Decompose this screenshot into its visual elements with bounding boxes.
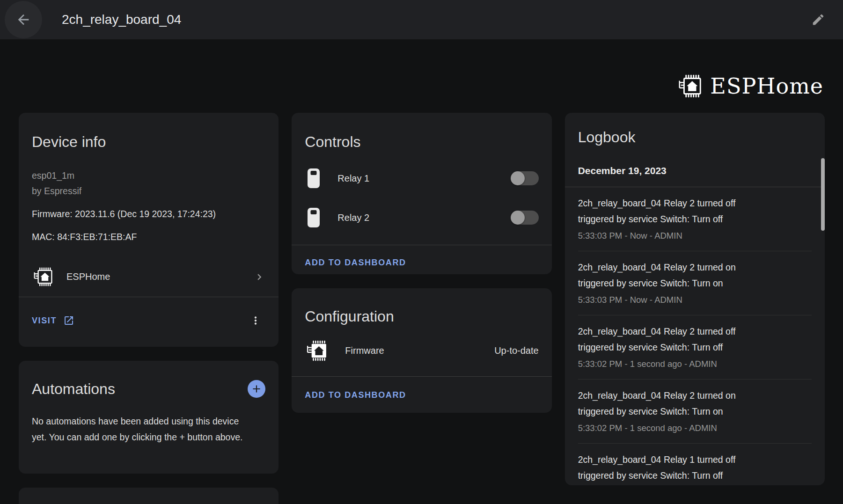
- logbook-entry[interactable]: 2ch_relay_board_04 Relay 2 turned off tr…: [578, 187, 812, 251]
- logbook-entry-line1: 2ch_relay_board_04 Relay 1 turned off: [578, 452, 812, 467]
- entity-row-relay-2[interactable]: Relay 2: [305, 201, 538, 234]
- logbook-entry-meta: 5:33:03 PM - Now - ADMIN: [578, 229, 812, 243]
- esphome-logo: ESPHome: [676, 73, 823, 99]
- configuration-card: Configuration Firmware Up-to-date: [292, 288, 551, 413]
- pencil-icon: [811, 13, 825, 27]
- firmware-status: Up-to-date: [494, 345, 539, 356]
- controls-actions: ADD TO DASHBOARD: [305, 245, 538, 274]
- esphome-chip-icon: [32, 266, 54, 287]
- integration-row-esphome[interactable]: ESPHome: [32, 266, 265, 287]
- device-manufacturer: by Espressif: [32, 183, 265, 199]
- firmware-label: Firmware: [345, 345, 478, 356]
- add-to-dashboard-label: ADD TO DASHBOARD: [305, 390, 406, 400]
- column-right: Logbook December 19, 2023 2ch_relay_boar…: [565, 113, 825, 485]
- logbook-entry[interactable]: 2ch_relay_board_04 Relay 2 turned off tr…: [578, 315, 812, 380]
- entity-label: Relay 2: [337, 212, 493, 223]
- visit-button[interactable]: VISIT: [32, 315, 74, 326]
- device-info-title: Device info: [32, 132, 265, 151]
- logbook-entry-line2: triggered by service Switch: Turn off: [578, 467, 812, 483]
- controls-rows: Relay 1 Relay 2: [305, 161, 538, 234]
- logbook-title: Logbook: [578, 128, 812, 146]
- device-info-actions: VISIT: [32, 297, 265, 344]
- column-left: Device info esp01_1m by Espressif Firmwa…: [19, 113, 279, 504]
- logbook-entry-line1: 2ch_relay_board_04 Relay 2 turned off: [578, 323, 812, 339]
- toggle-thumb: [511, 171, 525, 185]
- back-button[interactable]: [5, 1, 42, 38]
- logbook-card: Logbook December 19, 2023 2ch_relay_boar…: [565, 113, 825, 485]
- entity-row-relay-1[interactable]: Relay 1: [305, 161, 538, 195]
- automations-card: Automations No automations have been add…: [19, 361, 279, 474]
- firmware-row[interactable]: Firmware Up-to-date: [305, 336, 538, 365]
- logbook-entry-meta: 5:33:02 PM - 1 second ago - ADMIN: [578, 357, 812, 371]
- device-menu-button[interactable]: [246, 311, 265, 330]
- logbook-entry-line2: triggered by service Switch: Turn off: [578, 339, 812, 355]
- esphome-chip-icon: [676, 73, 704, 99]
- device-page: 2ch_relay_board_04 ESPHome Device info e…: [0, 0, 843, 504]
- scripts-card-partial: [19, 488, 279, 504]
- chevron-right-icon: [253, 271, 265, 283]
- content-grid: Device info esp01_1m by Espressif Firmwa…: [19, 113, 825, 504]
- esphome-logo-text: ESPHome: [710, 73, 823, 99]
- relay-switch-icon: [308, 208, 320, 227]
- logbook-entry-meta: 5:33:02 PM - 1 second ago - ADMIN: [578, 421, 812, 435]
- device-info-card: Device info esp01_1m by Espressif Firmwa…: [19, 113, 279, 347]
- logbook-entry-line1: 2ch_relay_board_04 Relay 2 turned on: [578, 259, 812, 275]
- open-in-new-icon: [63, 315, 74, 326]
- app-header: 2ch_relay_board_04: [0, 0, 843, 39]
- logbook-entry-meta: 5:33:03 PM - Now - ADMIN: [578, 293, 812, 307]
- add-to-dashboard-label: ADD TO DASHBOARD: [305, 258, 406, 268]
- logbook-scrollbar[interactable]: [821, 158, 825, 231]
- arrow-left-icon: [15, 12, 31, 28]
- logbook-entry-line2: triggered by service Switch: Turn off: [578, 211, 812, 227]
- logbook-entry[interactable]: 2ch_relay_board_04 Relay 2 turned on tri…: [578, 251, 812, 315]
- logbook-entry-line2: triggered by service Switch: Turn on: [578, 403, 812, 419]
- relay-1-toggle[interactable]: [512, 171, 539, 185]
- logbook-entry-line1: 2ch_relay_board_04 Relay 2 turned on: [578, 387, 812, 403]
- entity-label: Relay 1: [337, 173, 493, 184]
- device-firmware-line: Firmware: 2023.11.6 (Dec 19 2023, 17:24:…: [32, 206, 265, 222]
- visit-label: VISIT: [32, 316, 57, 326]
- configuration-add-to-dashboard-button[interactable]: ADD TO DASHBOARD: [305, 390, 406, 400]
- kebab-menu-icon: [249, 314, 262, 327]
- add-automation-button[interactable]: [248, 380, 265, 398]
- edit-button[interactable]: [807, 9, 829, 30]
- logbook-entry[interactable]: 2ch_relay_board_04 Relay 2 turned on tri…: [578, 380, 812, 444]
- automations-title: Automations: [32, 380, 115, 398]
- plus-icon: [250, 383, 263, 395]
- controls-add-to-dashboard-button[interactable]: ADD TO DASHBOARD: [305, 258, 406, 268]
- automations-header: Automations: [32, 380, 265, 398]
- configuration-title: Configuration: [305, 307, 538, 326]
- page-title: 2ch_relay_board_04: [62, 12, 807, 27]
- firmware-chip-icon: [305, 339, 329, 362]
- toggle-thumb: [511, 211, 525, 225]
- integration-label: ESPHome: [66, 271, 241, 282]
- automations-empty-text: No automations have been added using thi…: [32, 413, 252, 445]
- logbook-date-header: December 19, 2023: [578, 164, 812, 177]
- controls-card: Controls Relay 1 Relay 2: [292, 113, 551, 274]
- controls-title: Controls: [305, 132, 538, 151]
- column-middle: Controls Relay 1 Relay 2: [292, 113, 551, 413]
- device-model: esp01_1m: [32, 168, 265, 183]
- relay-switch-icon: [308, 168, 320, 188]
- device-mac-line: MAC: 84:F3:EB:71:EB:AF: [32, 229, 265, 245]
- configuration-actions: ADD TO DASHBOARD: [305, 377, 538, 413]
- logbook-entry[interactable]: 2ch_relay_board_04 Relay 1 turned off tr…: [578, 444, 812, 485]
- logbook-entry-line2: triggered by service Switch: Turn on: [578, 275, 812, 291]
- relay-2-toggle[interactable]: [512, 211, 539, 225]
- logbook-list: 2ch_relay_board_04 Relay 2 turned off tr…: [578, 187, 812, 485]
- logbook-entry-line1: 2ch_relay_board_04 Relay 2 turned off: [578, 195, 812, 211]
